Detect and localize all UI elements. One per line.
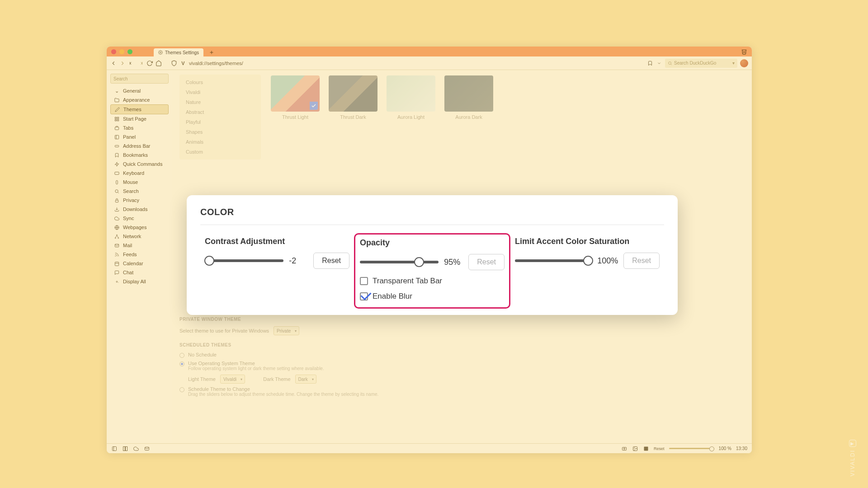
rss-icon bbox=[114, 252, 119, 257]
theme-card[interactable]: Thrust Light bbox=[271, 75, 320, 120]
chevron-down-icon[interactable] bbox=[656, 60, 662, 66]
url-field[interactable]: vivaldi://settings/themes/ bbox=[189, 61, 644, 66]
sidebar-item-mouse[interactable]: Mouse bbox=[110, 178, 169, 187]
category-animals[interactable]: Animals bbox=[179, 137, 261, 147]
sidebar-item-chat[interactable]: Chat bbox=[110, 268, 169, 277]
new-tab-button[interactable] bbox=[208, 49, 215, 56]
sidebar-item-bookmarks[interactable]: Bookmarks bbox=[110, 150, 169, 160]
radio-icon bbox=[179, 353, 184, 358]
checkbox-icon bbox=[360, 277, 368, 285]
sidebar-item-appearance[interactable]: Appearance bbox=[110, 95, 169, 104]
sidebar-item-mail[interactable]: Mail bbox=[110, 241, 169, 250]
category-nature[interactable]: Nature bbox=[179, 97, 261, 107]
nav-back-button[interactable] bbox=[110, 60, 117, 66]
saturation-reset-button[interactable]: Reset bbox=[623, 253, 660, 269]
theme-card[interactable]: Thrust Dark bbox=[329, 75, 377, 120]
enable-blur-checkbox[interactable]: Enable Blur bbox=[360, 292, 505, 301]
nav-rewind-button[interactable] bbox=[128, 60, 135, 66]
sidebar-item-start-page[interactable]: Start Page bbox=[110, 114, 169, 123]
avatar[interactable] bbox=[740, 59, 748, 67]
sidebar-item-search[interactable]: Search bbox=[110, 187, 169, 196]
bookmark-icon[interactable] bbox=[647, 60, 653, 66]
radio-os-theme[interactable]: Use Operating System Theme Follow operat… bbox=[179, 361, 745, 384]
sidebar-item-address-bar[interactable]: Address Bar bbox=[110, 141, 169, 150]
svg-line-19 bbox=[118, 192, 118, 193]
window-maximize-button[interactable] bbox=[127, 49, 132, 54]
sidebar-item-panel[interactable]: Panel bbox=[110, 132, 169, 141]
category-vivaldi[interactable]: Vivaldi bbox=[179, 87, 261, 97]
sidebar-item-themes[interactable]: Themes bbox=[110, 104, 169, 114]
sync-icon[interactable] bbox=[133, 446, 139, 452]
slider-handle[interactable] bbox=[204, 256, 214, 266]
contrast-reset-button[interactable]: Reset bbox=[313, 253, 349, 269]
sidebar-item-privacy[interactable]: Privacy bbox=[110, 196, 169, 205]
slider-handle[interactable] bbox=[414, 257, 424, 267]
opacity-reset-button[interactable]: Reset bbox=[468, 254, 505, 270]
panel-toggle-icon[interactable] bbox=[111, 446, 118, 452]
capture-icon[interactable] bbox=[621, 446, 627, 452]
saturation-slider[interactable] bbox=[515, 259, 592, 262]
light-theme-select[interactable]: Vivaldi bbox=[220, 375, 245, 384]
toggle-images-icon[interactable] bbox=[632, 446, 638, 452]
tiling-icon[interactable] bbox=[122, 446, 128, 452]
sidebar-item-quick-commands[interactable]: Quick Commands bbox=[110, 160, 169, 169]
sidebar-item-network[interactable]: Network bbox=[110, 232, 169, 241]
radio-no-schedule[interactable]: No Schedule bbox=[179, 352, 745, 358]
svg-point-40 bbox=[624, 448, 625, 449]
sidebar-item-general[interactable]: ⌄General bbox=[110, 86, 169, 95]
sidebar-item-sync[interactable]: Sync bbox=[110, 214, 169, 223]
category-shapes[interactable]: Shapes bbox=[179, 127, 261, 137]
category-colours[interactable]: Colours bbox=[179, 77, 261, 87]
network-icon bbox=[114, 234, 119, 239]
cloud-icon bbox=[114, 216, 119, 221]
theme-card[interactable]: Aurora Dark bbox=[444, 75, 493, 120]
zoom-slider[interactable] bbox=[669, 448, 714, 449]
reload-button[interactable] bbox=[146, 60, 153, 66]
nav-forward-button[interactable] bbox=[119, 60, 126, 66]
window-minimize-button[interactable] bbox=[119, 49, 124, 54]
svg-rect-17 bbox=[116, 180, 118, 184]
globe-icon bbox=[114, 225, 119, 230]
dark-theme-select[interactable]: Dark bbox=[295, 375, 316, 384]
nav-fastforward-button[interactable] bbox=[137, 60, 144, 66]
tab-themes-settings[interactable]: Themes Settings bbox=[154, 48, 203, 56]
category-abstract[interactable]: Abstract bbox=[179, 107, 261, 117]
contrast-slider[interactable] bbox=[205, 259, 283, 262]
trash-icon[interactable] bbox=[741, 48, 747, 55]
theme-name: Aurora Light bbox=[397, 114, 425, 120]
mail-status-icon[interactable] bbox=[144, 446, 150, 452]
sidebar-item-calendar[interactable]: Calendar bbox=[110, 259, 169, 268]
sidebar-item-keyboard[interactable]: Keyboard bbox=[110, 169, 169, 178]
sidebar-item-feeds[interactable]: Feeds bbox=[110, 250, 169, 259]
page-actions-icon[interactable] bbox=[643, 446, 649, 452]
slider-handle[interactable] bbox=[583, 256, 593, 266]
window-close-button[interactable] bbox=[111, 49, 116, 54]
svg-point-26 bbox=[118, 237, 118, 238]
zoom-reset-link[interactable]: Reset bbox=[654, 446, 665, 451]
theme-card[interactable]: Aurora Light bbox=[387, 75, 435, 120]
checkbox-icon bbox=[360, 292, 368, 300]
svg-rect-31 bbox=[115, 262, 118, 265]
color-panel-title: COLOR bbox=[200, 207, 664, 217]
sidebar-search-input[interactable]: Search bbox=[110, 74, 169, 84]
radio-schedule-change[interactable]: Schedule Theme to Change Drag the slider… bbox=[179, 386, 745, 397]
svg-line-27 bbox=[115, 235, 117, 238]
shield-icon[interactable] bbox=[171, 60, 177, 66]
private-theme-select[interactable]: Private bbox=[274, 326, 299, 335]
opacity-slider[interactable] bbox=[360, 261, 439, 263]
svg-rect-14 bbox=[115, 145, 118, 147]
radio-icon bbox=[179, 387, 184, 392]
category-custom[interactable]: Custom bbox=[179, 147, 261, 157]
sidebar-item-display-all[interactable]: Display All bbox=[110, 277, 169, 286]
sidebar-item-downloads[interactable]: Downloads bbox=[110, 205, 169, 214]
sidebar-item-tabs[interactable]: Tabs bbox=[110, 123, 169, 132]
chevron-down-icon: ⌄ bbox=[114, 88, 119, 94]
svg-point-5 bbox=[669, 61, 671, 64]
home-button[interactable] bbox=[156, 60, 162, 66]
transparent-tabbar-checkbox[interactable]: Transparent Tab Bar bbox=[360, 277, 505, 286]
search-input[interactable]: Search DuckDuckGo ▾ bbox=[665, 59, 737, 68]
grid-icon bbox=[114, 116, 119, 122]
svg-rect-36 bbox=[123, 446, 125, 450]
sidebar-item-webpages[interactable]: Webpages bbox=[110, 223, 169, 232]
category-playful[interactable]: Playful bbox=[179, 117, 261, 127]
